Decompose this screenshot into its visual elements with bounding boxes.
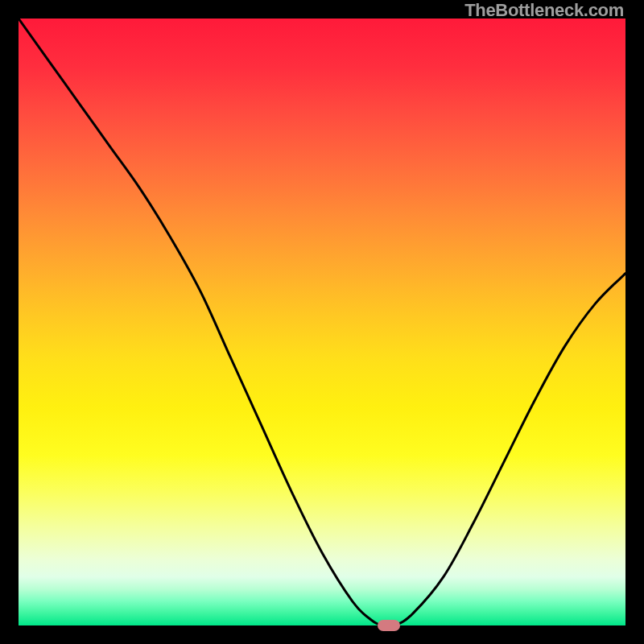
chart-container: TheBottleneck.com (0, 0, 644, 644)
bottleneck-curve (19, 19, 625, 625)
plot-area (19, 19, 625, 625)
optimal-point-marker (378, 620, 400, 631)
